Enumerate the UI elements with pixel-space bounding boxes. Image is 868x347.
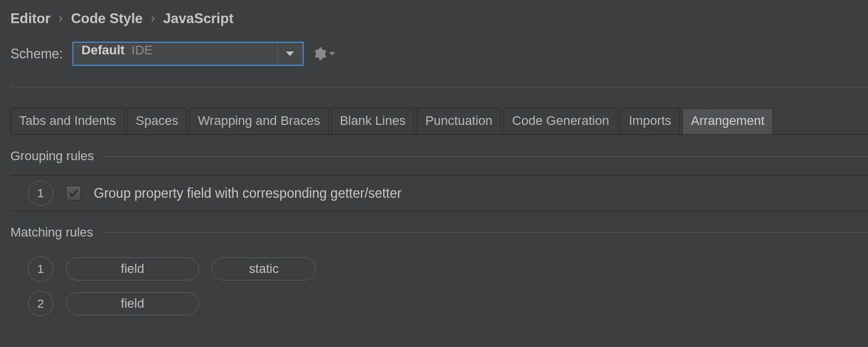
tab-tabs-and-indents[interactable]: Tabs and Indents	[10, 108, 125, 134]
rule-token[interactable]: field	[66, 257, 199, 280]
divider	[101, 232, 868, 233]
chevron-right-icon: ›	[58, 11, 62, 26]
breadcrumb: Editor › Code Style › JavaScript	[10, 10, 868, 27]
grouping-rules-section: Grouping rules 1Group property field wit…	[10, 149, 868, 211]
breadcrumb-item[interactable]: JavaScript	[163, 10, 233, 27]
matching-rule-row[interactable]: 2field	[10, 286, 868, 321]
rule-label: Group property field with corresponding …	[94, 186, 402, 201]
scheme-row: Scheme: Default IDE	[10, 42, 868, 66]
tabs: Tabs and IndentsSpacesWrapping and Brace…	[10, 108, 868, 135]
gear-icon[interactable]	[313, 47, 335, 61]
scheme-scope: IDE	[131, 43, 153, 58]
chevron-right-icon: ›	[151, 11, 155, 26]
tab-spaces[interactable]: Spaces	[127, 108, 187, 134]
rule-token[interactable]: field	[66, 292, 199, 315]
breadcrumb-item[interactable]: Editor	[10, 10, 50, 27]
tab-wrapping-and-braces[interactable]: Wrapping and Braces	[189, 108, 329, 134]
rule-number: 1	[28, 256, 53, 282]
rule-number: 2	[28, 291, 53, 316]
breadcrumb-item[interactable]: Code Style	[71, 10, 143, 27]
tab-blank-lines[interactable]: Blank Lines	[331, 108, 414, 134]
rule-number: 1	[28, 180, 53, 206]
rule-token[interactable]: static	[212, 257, 316, 280]
divider	[102, 156, 868, 157]
matching-rule-row[interactable]: 1fieldstatic	[10, 252, 868, 286]
tab-imports[interactable]: Imports	[620, 108, 680, 134]
section-title: Grouping rules	[10, 149, 94, 164]
grouping-rule-row[interactable]: 1Group property field with corresponding…	[10, 175, 868, 211]
tab-code-generation[interactable]: Code Generation	[503, 108, 618, 134]
tab-punctuation[interactable]: Punctuation	[417, 108, 501, 134]
divider	[10, 87, 868, 87]
scheme-dropdown[interactable]: Default IDE	[72, 42, 304, 66]
scheme-value: Default	[82, 43, 125, 58]
checkbox[interactable]	[66, 186, 81, 201]
tab-arrangement[interactable]: Arrangement	[682, 108, 773, 134]
matching-rules-section: Matching rules 1fieldstatic2field	[10, 225, 868, 321]
section-title: Matching rules	[10, 225, 93, 240]
scheme-label: Scheme:	[10, 46, 63, 62]
chevron-down-icon[interactable]	[277, 43, 303, 65]
